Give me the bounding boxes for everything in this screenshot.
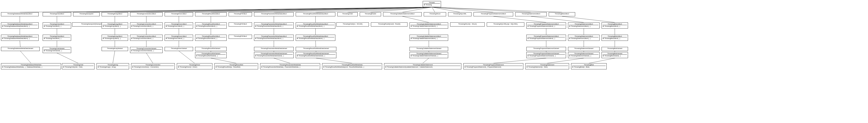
- node-member: ⊕ ThrowingResultSetMetaDataVariant(...): [297, 54, 335, 57]
- node-ThrowingDriver: ThrowingDriver⊕ ThrowingDriver(d : Drive…: [177, 63, 212, 69]
- node-ThrowingParameterMetaDataJdbc4: ThrowingParameterMetaDataJdbc4⊕ Throwing…: [254, 35, 294, 41]
- node-member: ⊕ ThrowingParameterMetaDataVariant(...): [255, 54, 293, 57]
- node-ThrowingBlobJdbc2: ThrowingBlobJdbc2: [549, 12, 575, 16]
- svg-line-65: [589, 58, 615, 63]
- node-title-ThrowingRowIdRowId: ThrowingRowId(rowId : RowId): [372, 23, 406, 25]
- node-title-ThrowingDriverJdbc3: ThrowingDriverJdbc3: [166, 23, 192, 25]
- node-ThrowingBlob: ThrowingBlob⊕ ThrowingBlob(b : Blob): [571, 63, 607, 69]
- node-title-ThrowingBlob: ThrowingBlob: [572, 64, 606, 66]
- node-member: ⊕ ThrowingClobVariant(...): [44, 49, 70, 52]
- node-title-ThrowingPreparedStatementJdbc3: ThrowingPreparedStatementJdbc3: [474, 13, 512, 15]
- node-title-ThrowingSQLXMLsqlSQLXML: ThrowingSQLXML(sql : SQLXML): [488, 23, 523, 25]
- svg-line-0: [20, 7, 432, 12]
- node-member: ⊕ ThrowingArrayJdbc3(...): [103, 25, 127, 27]
- node-title-ThrowingDatabaseMetaDataJdbc4: ThrowingDatabaseMetaDataJdbc4: [2, 35, 38, 37]
- node-member: ⊕ ThrowingPreparedStatementJdbc4(...): [527, 25, 565, 27]
- node-ThrowingConnection: ThrowingConnection⊕ ThrowingConnection(c…: [131, 63, 175, 69]
- svg-line-17: [432, 7, 562, 12]
- node-title-ThrowingStatementJdbc3: ThrowingStatementJdbc3: [516, 13, 546, 15]
- node-title-ThrowingPreparedStatementVariantFull: ThrowingPreparedStatementVariant: [527, 53, 565, 54]
- node-title-ThrowingSavepoint: ThrowingSavepoint: [74, 13, 99, 15]
- node-title-ThrowingCallableStatementJdbc2: ThrowingCallableStatementJdbc2: [384, 13, 421, 15]
- node-ThrowingResultSetJdbc3: ThrowingResultSetJdbc3⊕ ThrowingResultSe…: [195, 22, 226, 29]
- svg-line-8: [274, 7, 432, 12]
- node-member: ⊕ ThrowingPreparedStatementJdbc4(...): [527, 37, 565, 40]
- node-member: ⊕ ThrowingResultSetMetaData(smd : Result…: [323, 66, 381, 68]
- svg-line-10: [347, 7, 432, 12]
- node-title-ThrowingResultSet: ThrowingResultSet: [215, 64, 257, 66]
- node-title-ThrowingResultSetVariant: ThrowingResultSetVariant: [196, 48, 225, 49]
- node-ThrowingDatabaseMetaDataJdbc4: ThrowingDatabaseMetaDataJdbc4⊕ ThrowingD…: [1, 35, 39, 41]
- svg-line-53: [423, 58, 429, 63]
- node-ThrowingDatabaseMetaDataJdbc3: ThrowingDatabaseMetaDataJdbc3⊕ ThrowingD…: [1, 22, 39, 29]
- node-title-ThrowingStructStruct: ThrowingStruct(s : Struct): [451, 23, 484, 25]
- svg-line-37: [179, 51, 195, 63]
- svg-line-62: [562, 16, 615, 22]
- svg-line-15: [432, 7, 493, 12]
- node-member: ⊕ ThrowingConnection(c : Connection): [132, 66, 174, 68]
- node-title-ThrowingCallableStatement: ThrowingCallableStatement: [385, 64, 460, 66]
- svg-line-49: [316, 58, 352, 63]
- node-title-ThrowingClobJdbc2: ThrowingClobJdbc2: [44, 13, 70, 15]
- node-ThrowingResultSet: ThrowingResultSet⊕ ThrowingResultSet(rp …: [214, 63, 258, 69]
- node-title-ThrowingBlobJdbc4: ThrowingBlobJdbc4: [602, 35, 627, 37]
- node-member: ⊕ ThrowingStatement(s : Stmt): [526, 66, 568, 68]
- node-member: ⊕ ThrowingBlobJdbc3(...): [602, 25, 627, 27]
- node-member: ⊕ ThrowingResultSetMetaDataJdbc4(...): [297, 25, 334, 27]
- node-ThrowingArray: ThrowingArray⊕ ThrowingArray(s : Array): [96, 63, 129, 69]
- node-ThrowingArrayJdbc4: ThrowingArrayJdbc4⊕ ThrowingArrayJdbc4(.…: [102, 35, 128, 41]
- node-title-ThrowingClobVariant: ThrowingClobVariant: [44, 48, 70, 49]
- node-title-ThrowingParameterMetaDataJdbc2: ThrowingParameterMetaDataJdbc2: [255, 13, 293, 15]
- node-member: ⊕ ThrowingStatementJdbc4(...): [569, 37, 598, 40]
- node-ThrowingArrayVariant: ThrowingArrayVariant: [102, 47, 128, 51]
- node-title-ThrowingArray: ThrowingArray: [98, 64, 128, 66]
- node-member: ⊕ ThrowingBlobJdbc4(...): [602, 37, 627, 40]
- node-ThrowingConnectionJdbc2: ThrowingConnectionJdbc2: [130, 12, 163, 16]
- node-title-ThrowingClobINC100: ThrowingClobI(nc : NC100): [337, 23, 368, 25]
- node-ThrowingBlobJdbc4: ThrowingBlobJdbc4⊕ ThrowingBlobJdbc4(...…: [601, 35, 628, 41]
- node-member: ⊕ ThrowingPreparedStatementVariant(...): [527, 54, 565, 57]
- node-ThrowingCallableStatementJdbc2: ThrowingCallableStatementJdbc2: [383, 12, 422, 16]
- node-ThrowingClobJdbc3: ThrowingClobJdbc3⊕ ThrowingClobJdbc3(...…: [43, 22, 71, 29]
- node-title-ThrowingStatementJdbc4: ThrowingStatementJdbc4: [569, 23, 598, 25]
- node-ThrowingPreparedStatementVariantFull: ThrowingPreparedStatementVariant⊕ Throwi…: [526, 52, 566, 58]
- node-member: ⊕ ThrowingConnectionJdbc3(...): [131, 25, 161, 27]
- node-ThrowingCallableStatementVariant: ThrowingCallableStatementVariant: [409, 47, 448, 51]
- node-ThrowingCallableStatementJdbc4: ThrowingCallableStatementJdbc4⊕ Throwing…: [409, 35, 448, 41]
- connection-lines: [0, 0, 868, 123]
- node-title-ThrowingDatabaseMetaDataJdbc3: ThrowingDatabaseMetaDataJdbc3: [2, 23, 38, 25]
- node-title-ThrowingClobJdbc4: ThrowingClobJdbc4: [44, 35, 70, 37]
- node-ThrowingResultSetMetaData: ThrowingResultSetMetaData⊕ ThrowingResul…: [322, 63, 382, 69]
- node-member: ⊕ ThrowingCallableStatement(callableStat…: [385, 66, 460, 68]
- svg-line-14: [432, 7, 460, 12]
- svg-line-61: [547, 58, 584, 63]
- node-ThrowingPreparedStatementJdbc4: ThrowingPreparedStatementJdbc4⊕ Throwing…: [526, 22, 566, 29]
- node-title-ThrowingPreparedStatementJdbc4b: ThrowingPreparedStatementJdbc4: [527, 35, 565, 37]
- node-title-ThrowingParameterMetaDataJdbc3: ThrowingParameterMetaDataJdbc3: [255, 23, 293, 25]
- node-ThrowingParameterMetaDataJdbc3: ThrowingParameterMetaDataJdbc3⊕ Throwing…: [254, 22, 294, 29]
- node-title-ThrowingResultSetJdbc4: ThrowingResultSetJdbc4: [196, 35, 225, 37]
- node-title-ThrowingConnectionVariant: ThrowingConnectionVariant: [131, 48, 161, 49]
- node-member: ⊕ ThrowingResultSetMetaDataJdbc4(...): [297, 37, 334, 40]
- node-title-ThrowingPsFdbc3: ThrowingPsFdbc3: [230, 23, 251, 25]
- node-ThrowingSavepoint: ThrowingSavepoint: [73, 12, 100, 16]
- node-title-ThrowingSQLXML: ThrowingSQLXML: [449, 13, 470, 15]
- node-ThrowingStruct: ThrowingStruct: [424, 12, 446, 16]
- node-title-ThrowingBlobVariantFull: ThrowingBlobVariant: [602, 53, 627, 54]
- node-title-ThrowingParameterMetaDataVariantFull: ThrowingParameterMetaDataVariant: [255, 53, 293, 54]
- node-member: ⊕ ThrowingResultSet(rp : ResultSet): [215, 66, 257, 68]
- node-member: ⊕ ThrowingDriverJdbc4(...): [166, 37, 192, 40]
- svg-line-58: [531, 16, 584, 22]
- node-ThrowingClobVariant: ThrowingClobVariant⊕ ThrowingClobVariant…: [43, 47, 71, 53]
- node-title-ThrowingArrayJdbc2: ThrowingArrayJdbc2: [103, 13, 127, 15]
- node-ThrowingStatementJdbc4b: ThrowingStatementJdbc4⊕ ThrowingStatemen…: [568, 35, 599, 41]
- node-title-ThrowingBlobJdbc2: ThrowingBlobJdbc2: [550, 13, 574, 15]
- node-member: ⊕ ThrowingArray(s : Array): [98, 66, 128, 68]
- node-title-ThrowingCallableStatementVariant: ThrowingCallableStatementVariant: [410, 48, 447, 49]
- svg-line-2: [86, 7, 432, 12]
- node-title-ThrowingPreparedStatement: ThrowingPreparedStatement: [464, 64, 522, 66]
- node-member: ⊕ ThrowingDatabaseMetaData(...) : Databa…: [2, 66, 60, 68]
- svg-line-3: [115, 7, 432, 12]
- node-member: ⊕ ThrowingCallableStatementJdbc3(...): [410, 25, 447, 27]
- svg-line-6: [211, 7, 432, 12]
